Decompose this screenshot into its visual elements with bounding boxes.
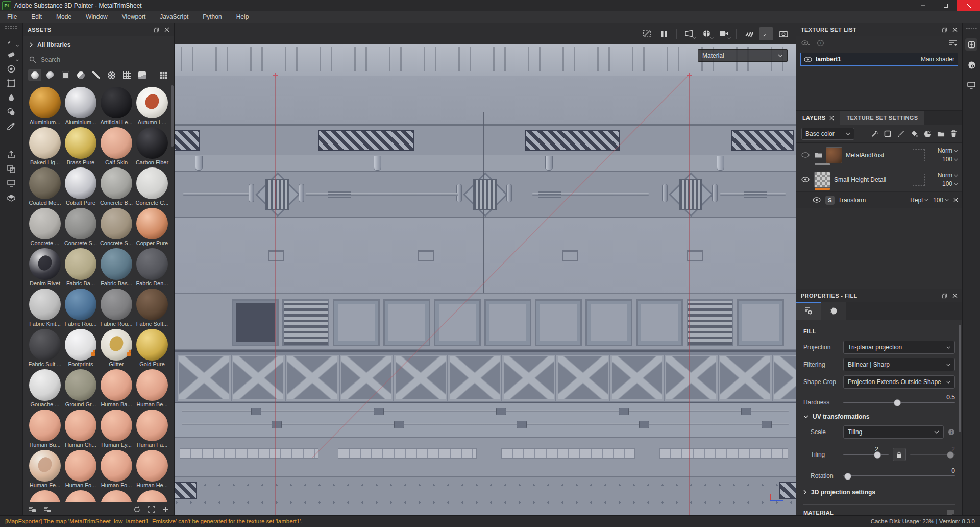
display-settings-icon[interactable] bbox=[3, 176, 19, 190]
menu-item-javascript[interactable]: JavaScript bbox=[153, 11, 195, 23]
viewport-shader-dropdown[interactable]: Material bbox=[698, 49, 788, 62]
asset-item[interactable]: Ground Gr... bbox=[63, 368, 99, 408]
screenshot-icon[interactable] bbox=[776, 27, 791, 40]
tab-layers[interactable]: LAYERS bbox=[796, 111, 840, 125]
library-selector[interactable]: All libraries bbox=[23, 36, 174, 51]
asset-item[interactable] bbox=[63, 489, 99, 502]
asset-item[interactable]: Fabric Suit ... bbox=[27, 327, 63, 367]
asset-item[interactable]: Coated Me... bbox=[27, 166, 63, 206]
shelf-icon[interactable] bbox=[3, 190, 19, 205]
filter-filters-icon[interactable] bbox=[74, 69, 87, 81]
projection-settings-header[interactable]: 3D projection settings bbox=[803, 489, 955, 496]
resources-icon[interactable] bbox=[3, 162, 19, 176]
layer-opacity-dropdown[interactable]: 100 bbox=[942, 156, 958, 163]
filter-smart-materials-icon[interactable] bbox=[43, 69, 57, 81]
asset-item[interactable]: Fabric Ba... bbox=[63, 247, 99, 286]
visibility-sync-icon[interactable] bbox=[801, 40, 811, 46]
asset-item[interactable]: Copper Pure bbox=[134, 206, 170, 246]
asset-item[interactable]: Glitter bbox=[99, 327, 134, 367]
render-mode-icon[interactable] bbox=[699, 27, 714, 40]
paint-layer-icon[interactable] bbox=[897, 130, 905, 138]
layer-blend-dropdown[interactable]: Norm bbox=[938, 172, 958, 179]
export-asset-list-icon[interactable] bbox=[43, 506, 52, 513]
tiling-slider-v-knob[interactable] bbox=[947, 451, 954, 459]
export-icon[interactable] bbox=[3, 148, 19, 162]
texture-set-shader[interactable]: Main shader bbox=[921, 56, 954, 63]
asset-item[interactable]: Concrete ... bbox=[27, 206, 63, 246]
asset-item[interactable]: Artificial Le... bbox=[99, 85, 134, 125]
filter-patterns-icon[interactable] bbox=[120, 69, 133, 81]
add-asset-icon[interactable] bbox=[162, 506, 169, 513]
scale-mode-dropdown[interactable]: Tiling bbox=[843, 425, 944, 439]
float-panel-icon[interactable] bbox=[154, 27, 159, 33]
search-input[interactable]: Search bbox=[29, 54, 169, 66]
sort-list-icon[interactable] bbox=[949, 40, 957, 46]
layer-row[interactable]: Small Height DetailNorm100 bbox=[796, 167, 962, 192]
maximize-button[interactable] bbox=[934, 0, 957, 11]
asset-item[interactable]: Fabric Rou... bbox=[99, 287, 134, 327]
asset-item[interactable]: Baked Lig... bbox=[27, 126, 63, 165]
effect-opacity-dropdown[interactable]: 100 bbox=[933, 197, 949, 204]
close-button[interactable] bbox=[957, 0, 980, 11]
remove-effect-icon[interactable] bbox=[953, 198, 958, 202]
close-panel-icon[interactable] bbox=[952, 293, 958, 298]
material-picker-tool-icon[interactable] bbox=[3, 119, 19, 133]
asset-item[interactable] bbox=[27, 489, 63, 502]
asset-item[interactable]: Human Bu... bbox=[27, 408, 63, 448]
texture-set-row-lambert1[interactable]: lambert1 Main shader bbox=[800, 53, 958, 66]
close-tab-icon[interactable] bbox=[829, 116, 834, 121]
tab-texture-set-settings[interactable]: TEXTURE SET SETTINGS bbox=[840, 111, 924, 125]
filter-materials-icon[interactable] bbox=[28, 69, 41, 81]
eraser-tool-icon[interactable] bbox=[3, 47, 19, 62]
float-panel-icon[interactable] bbox=[942, 27, 947, 33]
grid-view-icon[interactable] bbox=[157, 69, 170, 81]
filter-textures-icon[interactable] bbox=[135, 69, 149, 81]
smart-material-icon[interactable] bbox=[871, 130, 878, 138]
pause-icon[interactable] bbox=[657, 27, 671, 40]
thumbnail-size-icon[interactable] bbox=[148, 506, 155, 513]
paint-tool-icon[interactable] bbox=[3, 33, 19, 47]
layer-row[interactable]: MetalAndRustNorm100 bbox=[796, 143, 962, 167]
assets-scrollbar[interactable] bbox=[171, 85, 174, 147]
asset-item[interactable]: Fabric Bas... bbox=[99, 247, 134, 286]
folder-icon[interactable] bbox=[937, 131, 945, 137]
asset-item[interactable]: Fabric Den... bbox=[134, 247, 170, 286]
asset-item[interactable]: Human Fo... bbox=[63, 448, 99, 488]
fill-layer-icon[interactable] bbox=[911, 130, 918, 138]
rotation-slider-knob[interactable] bbox=[844, 473, 851, 480]
menu-item-python[interactable]: Python bbox=[195, 11, 229, 23]
viewer-settings-icon[interactable] bbox=[965, 79, 977, 91]
filtering-dropdown[interactable]: Bilinear | Sharp bbox=[843, 358, 955, 371]
asset-item[interactable]: Calf Skin bbox=[99, 126, 134, 165]
asset-item[interactable]: Gouache ... bbox=[27, 368, 63, 408]
trash-icon[interactable] bbox=[950, 130, 957, 138]
asset-item[interactable]: Aluminium... bbox=[63, 85, 99, 125]
layer-blend-dropdown[interactable]: Norm bbox=[938, 147, 958, 154]
asset-item[interactable]: Denim Rivet bbox=[27, 247, 63, 286]
layer-visibility-icon[interactable] bbox=[812, 197, 822, 203]
asset-item[interactable] bbox=[99, 489, 134, 502]
asset-item[interactable]: Human Fa... bbox=[134, 408, 170, 448]
asset-item[interactable]: Human Ey... bbox=[99, 408, 134, 448]
viewport-3d[interactable]: Material bbox=[175, 44, 796, 516]
filter-alphas-icon[interactable] bbox=[105, 69, 118, 81]
minimize-button[interactable] bbox=[911, 0, 934, 11]
asset-item[interactable]: Human Ch... bbox=[63, 408, 99, 448]
tab-properties[interactable] bbox=[796, 302, 821, 320]
refresh-assets-icon[interactable] bbox=[133, 506, 141, 513]
polygon-fill-tool-icon[interactable] bbox=[3, 76, 19, 90]
float-panel-icon[interactable] bbox=[942, 293, 947, 299]
asset-item[interactable]: Brass Pure bbox=[63, 126, 99, 165]
asset-item[interactable]: Aluminium... bbox=[27, 85, 63, 125]
effect-icon[interactable] bbox=[924, 130, 932, 138]
asset-item[interactable]: Concrete C... bbox=[134, 166, 170, 206]
smudge-tool-icon[interactable] bbox=[3, 90, 19, 105]
hardness-slider[interactable]: 0.5 bbox=[843, 402, 955, 403]
asset-item[interactable] bbox=[134, 489, 170, 502]
clone-tool-icon[interactable] bbox=[3, 105, 19, 119]
close-panel-icon[interactable] bbox=[164, 27, 169, 32]
channel-dropdown[interactable]: Base color bbox=[801, 128, 854, 140]
eye-icon[interactable] bbox=[804, 57, 812, 62]
layer-effect-row[interactable]: STransformRepl100 bbox=[796, 192, 962, 208]
layer-visibility-icon[interactable] bbox=[800, 177, 811, 182]
